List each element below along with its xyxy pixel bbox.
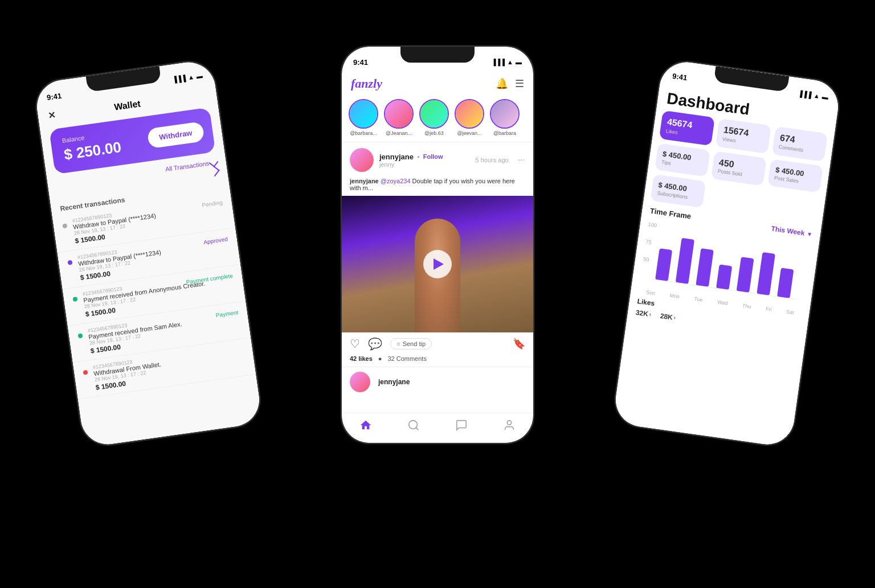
wifi-icon-r: ▲: [813, 92, 820, 100]
send-tip-button[interactable]: ○ Send tip: [390, 338, 432, 349]
story-avatar-5: [490, 99, 520, 129]
post-image[interactable]: [342, 196, 533, 332]
signal-icon: ▐▐▐: [172, 75, 186, 83]
post-handle: jenny: [379, 161, 470, 168]
story-name-4: @jeevan...: [457, 130, 481, 136]
caption-mention: @zoya234: [381, 178, 412, 184]
nav-home[interactable]: [359, 419, 372, 431]
post-avatar[interactable]: [350, 148, 374, 172]
phone-dashboard: 9:41 ▐▐▐ ▲ ▬ Dashboard 45674 Likes: [611, 57, 843, 449]
story-avatar-3: [419, 99, 449, 129]
stat-tips: $ 450.00 Tips: [655, 143, 710, 176]
follow-button[interactable]: Follow: [423, 153, 443, 160]
signal-icon-r: ▐▐▐: [798, 90, 812, 98]
story-avatar-img-1: [350, 100, 377, 128]
stats-col1: 45674 Likes $ 450.00 Tips $ 450.00 Subsc…: [651, 110, 715, 208]
nav-search[interactable]: [407, 419, 420, 431]
story-avatar-1: [349, 99, 378, 129]
notch-center: [400, 47, 475, 63]
x-label-wed: Wed: [717, 299, 729, 306]
app-logo: fanzly: [351, 76, 382, 91]
stories-row: @barbara... @Jeanan... @jeb.63: [342, 96, 533, 142]
dot-sep: ●: [417, 154, 420, 159]
next-post-avatar: [350, 372, 370, 392]
svg-point-0: [409, 421, 418, 429]
caption-username: jennyjane: [350, 178, 381, 184]
svg-text:50: 50: [643, 256, 650, 262]
x-label-fri: Fri: [766, 306, 772, 312]
stats-col3: 674 Comments $ 450.00 Post Sales: [763, 126, 828, 224]
status-icons-left: ▐▐▐ ▲ ▬: [172, 72, 203, 83]
story-item-2[interactable]: @Jeanan...: [384, 99, 414, 136]
svg-line-1: [416, 427, 418, 430]
phones-container: 9:41 ▐▐▐ ▲ ▬ ✕ Wallet Withdraw Balance $…: [0, 0, 875, 588]
story-avatar-img-4: [456, 100, 483, 128]
dashboard-screen: 9:41 ▐▐▐ ▲ ▬ Dashboard 45674 Likes: [612, 59, 842, 448]
play-triangle-icon: [434, 258, 444, 270]
status-icons-right: ▐▐▐ ▲ ▬: [798, 90, 828, 101]
battery-icon: ▬: [196, 72, 203, 80]
wifi-icon-c: ▲: [507, 59, 513, 65]
stats-col2: 15674 Views 450 Posts Sold: [707, 118, 771, 216]
stat-post-sales: $ 450.00 Post Sales: [767, 159, 823, 192]
x-label-tue: Tue: [694, 295, 703, 302]
status-time-center: 9:41: [353, 58, 368, 67]
likes-val-28k: 28K ›: [660, 311, 676, 322]
comments-count: 32 Comments: [387, 355, 426, 362]
svg-rect-9: [716, 264, 732, 290]
post-caption: jennyjane @zoya234 Double tap if you wis…: [342, 178, 533, 196]
story-item-1[interactable]: @barbara...: [349, 99, 378, 136]
dashboard-screen-inner: 9:41 ▐▐▐ ▲ ▬ Dashboard 45674 Likes: [612, 59, 842, 448]
circle-icon: ○: [396, 340, 400, 347]
svg-rect-7: [676, 237, 694, 284]
menu-icon[interactable]: ☰: [515, 77, 524, 90]
post-time: 5 hours ago: [476, 157, 509, 163]
bottom-nav: [342, 413, 533, 443]
like-icon[interactable]: ♡: [350, 337, 360, 351]
battery-icon-c: ▬: [516, 59, 522, 65]
post-user-info: jennyjane ● Follow jenny: [379, 153, 470, 168]
more-options-icon[interactable]: ···: [518, 155, 525, 165]
story-name-2: @Jeanan...: [386, 130, 412, 136]
next-post-username: jennyjane: [378, 378, 525, 386]
comment-icon[interactable]: 💬: [368, 337, 382, 351]
phone-wallet: 9:41 ▐▐▐ ▲ ▬ ✕ Wallet Withdraw Balance $…: [32, 57, 264, 449]
battery-icon-r: ▬: [821, 93, 829, 101]
status-time-left: 9:41: [46, 91, 62, 101]
post-stats: 42 likes ● 32 Comments: [342, 355, 533, 367]
story-item-3[interactable]: @jeb.63: [419, 99, 449, 136]
stat-subscriptions: $ 450.00 Subscriptions: [651, 174, 706, 207]
notification-icon[interactable]: 🔔: [496, 77, 508, 90]
story-item-4[interactable]: @jeevan...: [455, 99, 484, 136]
story-name-5: @barbara: [493, 130, 516, 136]
nav-profile[interactable]: [503, 419, 516, 431]
close-icon[interactable]: ✕: [47, 109, 56, 121]
post-header: jennyjane ● Follow jenny 5 hours ago ···: [342, 142, 533, 178]
dot-sep2: ●: [378, 355, 382, 362]
svg-rect-11: [757, 252, 775, 295]
svg-rect-6: [655, 248, 672, 281]
chevron-right-icon2: ›: [673, 314, 676, 320]
svg-rect-8: [696, 248, 714, 287]
play-button[interactable]: [423, 250, 452, 278]
svg-rect-10: [737, 257, 754, 293]
story-avatar-img-2: [385, 100, 412, 128]
likes-count: 42 likes: [350, 355, 373, 362]
bookmark-icon[interactable]: 🔖: [513, 338, 525, 350]
story-name-1: @barbara...: [350, 130, 377, 136]
next-post-preview: jennyjane: [342, 367, 533, 398]
svg-text:75: 75: [645, 239, 652, 245]
wallet-screen-inner: 9:41 ▐▐▐ ▲ ▬ ✕ Wallet Withdraw Balance $…: [34, 59, 263, 448]
post-actions: ♡ 💬 ○ Send tip 🔖: [342, 332, 533, 355]
story-item-5[interactable]: @barbara: [490, 99, 520, 136]
nav-chat[interactable]: [455, 419, 468, 431]
phone-feed: 9:41 ▐▐▐ ▲ ▬ fanzly 🔔 ☰: [341, 46, 534, 444]
wallet-title: Wallet: [113, 98, 141, 112]
story-name-3: @jeb.63: [424, 130, 444, 136]
username-text: jennyjane: [379, 153, 414, 161]
header-icons: 🔔 ☰: [496, 77, 524, 90]
signal-icon-c: ▐▐▐: [492, 59, 505, 65]
stat-posts-sold: 450 Posts Sold: [711, 151, 767, 186]
x-label-thu: Thu: [742, 302, 752, 309]
expand-icon: [208, 166, 220, 177]
